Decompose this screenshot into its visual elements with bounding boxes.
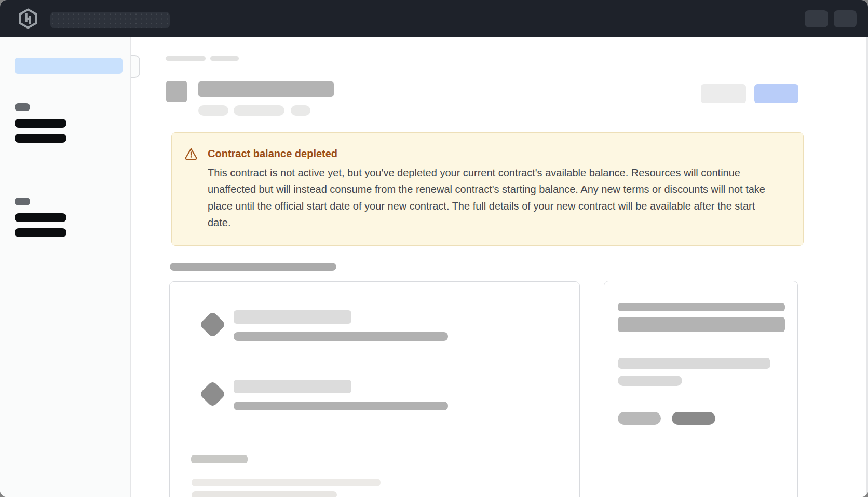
summary-line-placeholder	[618, 358, 770, 369]
breadcrumb-item	[166, 56, 206, 61]
item-title-placeholder	[234, 310, 351, 324]
summary-line-placeholder	[618, 376, 682, 386]
sidebar-active-item[interactable]	[15, 58, 123, 74]
header-action-button[interactable]	[805, 10, 828, 27]
warning-triangle-icon	[184, 147, 198, 160]
app-header	[0, 0, 868, 37]
app-window: Contract balance depleted This contract …	[0, 0, 868, 497]
summary-title-placeholder	[618, 303, 785, 311]
page-meta-badge	[234, 105, 284, 116]
page-title-placeholder	[198, 81, 334, 97]
global-nav-placeholder[interactable]	[50, 12, 170, 28]
hashicorp-logo-icon	[18, 8, 38, 29]
sidebar-section-label	[15, 103, 30, 111]
summary-action-pill[interactable]	[672, 412, 715, 425]
summary-card	[604, 281, 798, 497]
sidebar-item[interactable]	[15, 228, 66, 237]
item-subtitle-placeholder	[234, 402, 448, 410]
item-title-placeholder	[234, 380, 351, 393]
secondary-button-placeholder[interactable]	[701, 84, 746, 103]
alert-description: This contract is not active yet, but you…	[208, 164, 771, 231]
primary-button-placeholder[interactable]	[754, 84, 798, 103]
sidebar-section-label	[15, 198, 30, 205]
breadcrumb-item	[210, 56, 239, 61]
alert-title: Contract balance depleted	[208, 146, 771, 161]
card-footer-line-placeholder	[192, 491, 337, 497]
card-footer-line-placeholder	[192, 479, 381, 486]
sidebar-collapse-handle[interactable]	[131, 55, 140, 78]
alert-content: Contract balance depleted This contract …	[208, 146, 771, 231]
page-icon-placeholder	[166, 81, 187, 102]
diamond-icon	[199, 311, 226, 338]
timeline-card	[169, 281, 580, 497]
warning-alert: Contract balance depleted This contract …	[171, 132, 804, 246]
page-meta-badge	[291, 105, 310, 116]
sidebar-item[interactable]	[15, 134, 66, 143]
main-content: Contract balance depleted This contract …	[132, 37, 868, 497]
section-title-placeholder	[170, 263, 336, 271]
sidebar-item[interactable]	[15, 213, 66, 222]
sidebar	[0, 37, 131, 497]
diamond-icon	[199, 380, 226, 407]
header-action-button[interactable]	[834, 10, 857, 27]
summary-heading-placeholder	[618, 317, 785, 332]
sidebar-item[interactable]	[15, 119, 66, 128]
summary-action-pill[interactable]	[618, 412, 661, 425]
card-footer-label-placeholder	[191, 455, 248, 463]
page-meta-badge	[198, 105, 228, 116]
item-subtitle-placeholder	[234, 332, 448, 341]
